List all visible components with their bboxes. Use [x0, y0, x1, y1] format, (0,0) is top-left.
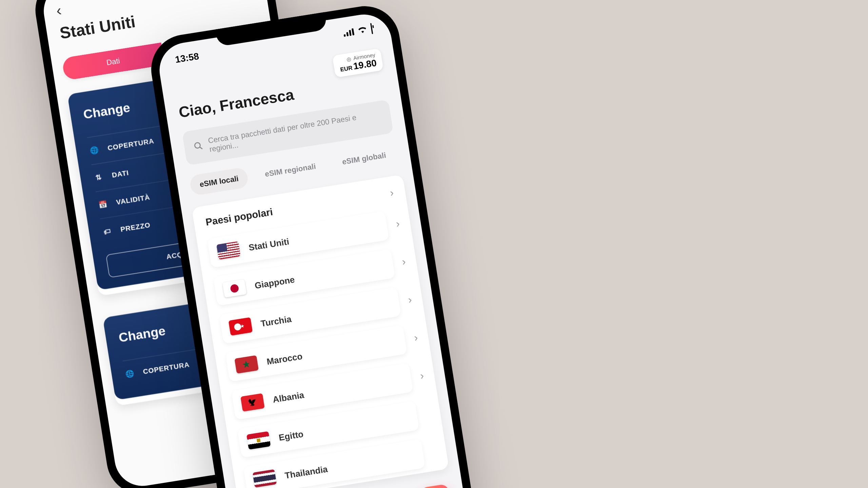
data-label: DATI: [111, 169, 129, 180]
cellular-signal-icon: [343, 28, 354, 37]
calendar-icon: 📅: [97, 200, 109, 209]
coverage-label: COPERTURA: [142, 360, 190, 375]
country-name: Thailandia: [284, 464, 329, 480]
globe-icon: 🌐: [124, 369, 136, 379]
country-name: Egitto: [278, 428, 304, 442]
wifi-icon: [356, 24, 368, 36]
chevron-right-icon: ›: [395, 217, 400, 230]
country-name: Marocco: [266, 351, 303, 366]
data-icon: ⇅: [93, 172, 104, 182]
tab-esim-regional[interactable]: eSIM regionali: [254, 155, 327, 186]
flag-icon-tr: [229, 317, 253, 336]
chevron-right-icon: ›: [419, 369, 425, 382]
search-placeholder: Cerca tra pacchetti dati per oltre 200 P…: [208, 109, 383, 154]
coverage-label: COPERTURA: [107, 137, 155, 152]
tab-esim-local[interactable]: eSIM locali: [189, 167, 249, 196]
tab-esim-global[interactable]: eSIM globali: [331, 143, 397, 173]
country-name: Giappone: [254, 274, 295, 290]
flag-icon-th: [253, 469, 277, 488]
country-name: Albania: [272, 389, 305, 404]
price-tag-icon: 🏷: [101, 227, 113, 237]
airmoney-currency: EUR: [340, 64, 353, 73]
globe-icon: 🌐: [88, 145, 100, 155]
chevron-right-icon[interactable]: ›: [389, 187, 395, 199]
flag-icon-us: [216, 241, 241, 260]
flag-icon-eg: [246, 431, 271, 449]
country-name: Turchia: [260, 313, 292, 328]
chat-fab-button[interactable]: [419, 484, 452, 488]
section-title: Paesi popolari: [205, 206, 274, 228]
search-icon: [193, 140, 204, 153]
country-name: Stati Uniti: [248, 236, 290, 252]
chevron-right-icon: ›: [413, 331, 419, 344]
price-label: PREZZO: [120, 221, 151, 233]
battery-icon: [370, 24, 373, 34]
flag-icon-ma: [234, 355, 259, 373]
flag-icon-al: [240, 393, 265, 411]
chevron-right-icon: ›: [407, 293, 413, 306]
status-time: 13:58: [175, 51, 200, 65]
popular-countries-section: Paesi popolari › Stati Uniti› Giappone› …: [192, 175, 449, 488]
tab-data[interactable]: Dati: [61, 42, 164, 81]
validity-label: VALIDITÀ: [116, 193, 151, 207]
chevron-right-icon: ›: [401, 255, 407, 268]
